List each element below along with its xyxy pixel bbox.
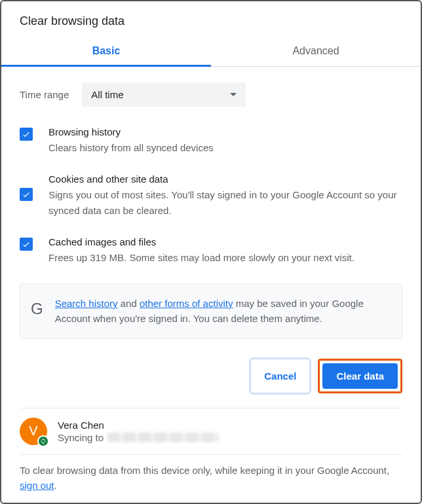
- avatar-initial: V: [29, 423, 37, 439]
- check-icon: [22, 190, 31, 199]
- profile-sync: Syncing to: [58, 432, 219, 443]
- profile-row: V Vera Chen Syncing to: [1, 408, 421, 454]
- cancel-button[interactable]: Cancel: [250, 359, 310, 393]
- option-title: Cached images and files: [48, 236, 355, 247]
- time-range-select[interactable]: All time: [82, 82, 246, 107]
- tabs: Basic Advanced: [1, 37, 421, 67]
- option-desc: Signs you out of most sites. You'll stay…: [48, 187, 402, 218]
- profile-name: Vera Chen: [58, 420, 219, 431]
- checkbox-cache[interactable]: [20, 238, 33, 251]
- option-text: Browsing history Clears history from all…: [48, 126, 214, 155]
- link-search-history[interactable]: Search history: [55, 298, 118, 309]
- option-text: Cookies and other site data Signs you ou…: [48, 173, 402, 218]
- time-range-row: Time range All time: [20, 82, 402, 107]
- google-icon: G: [31, 300, 43, 318]
- check-icon: [22, 240, 31, 249]
- option-browsing-history: Browsing history Clears history from all…: [20, 126, 402, 155]
- avatar: V: [20, 418, 47, 445]
- dialog-actions: Cancel Clear data: [1, 339, 421, 408]
- tab-advanced[interactable]: Advanced: [211, 37, 421, 66]
- option-text: Cached images and files Frees up 319 MB.…: [48, 236, 355, 265]
- info-box: G Search history and other forms of acti…: [20, 283, 402, 339]
- option-cache: Cached images and files Frees up 319 MB.…: [20, 236, 402, 265]
- info-text: Search history and other forms of activi…: [55, 296, 391, 327]
- clear-data-button[interactable]: Clear data: [322, 363, 398, 389]
- clear-browsing-data-dialog: Clear browsing data Basic Advanced Time …: [0, 0, 422, 504]
- redacted-email: [107, 433, 219, 442]
- chevron-down-icon: [230, 93, 237, 96]
- link-other-activity[interactable]: other forms of activity: [140, 298, 233, 309]
- profile-info: Vera Chen Syncing to: [58, 420, 219, 443]
- option-title: Browsing history: [48, 126, 214, 137]
- dialog-title: Clear browsing data: [1, 1, 421, 37]
- sync-icon: [37, 435, 49, 447]
- tab-basic[interactable]: Basic: [1, 37, 211, 66]
- option-desc: Clears history from all synced devices: [48, 140, 214, 155]
- option-cookies: Cookies and other site data Signs you ou…: [20, 173, 402, 218]
- clear-data-highlight: Clear data: [318, 359, 402, 393]
- dialog-content: Time range All time Browsing history Cle…: [1, 67, 421, 339]
- option-desc: Frees up 319 MB. Some sites may load mor…: [48, 250, 355, 265]
- check-icon: [22, 130, 31, 139]
- footer-text: To clear browsing data from this device …: [1, 455, 421, 505]
- checkbox-browsing-history[interactable]: [20, 128, 33, 141]
- time-range-value: All time: [91, 89, 123, 100]
- option-title: Cookies and other site data: [48, 173, 402, 185]
- time-range-label: Time range: [20, 89, 69, 100]
- link-sign-out[interactable]: sign out: [20, 480, 54, 491]
- checkbox-cookies[interactable]: [20, 188, 33, 201]
